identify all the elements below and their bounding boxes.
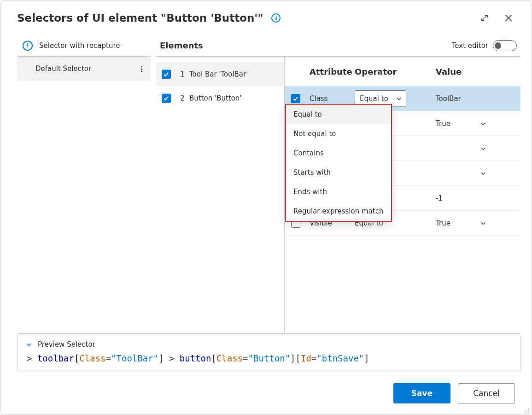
svg-point-3 xyxy=(525,412,526,413)
more-icon[interactable] xyxy=(136,63,147,74)
dialog-footer: Save Cancel xyxy=(0,372,532,415)
operator-option[interactable]: Regular expression match xyxy=(286,202,391,221)
elements-panel: Elements Text editor 1Tool Bar 'ToolBar'… xyxy=(151,35,520,333)
svg-point-2 xyxy=(528,410,529,411)
selector-token: ] xyxy=(364,353,369,363)
elements-title: Elements xyxy=(160,41,203,50)
sidebar-item-label: Default Selector xyxy=(35,65,91,73)
operator-option[interactable]: Equal to xyxy=(286,105,391,124)
operator-dropdown[interactable]: Equal toNot equal toContainsStarts withE… xyxy=(285,104,392,222)
col-operator-header: Operator xyxy=(355,67,436,77)
operator-value: Equal to xyxy=(360,95,388,103)
selector-token: > xyxy=(164,353,179,363)
operator-option[interactable]: Starts with xyxy=(286,163,391,182)
selector-dialog: Selectors of UI element "Button 'Button'… xyxy=(0,0,532,415)
operator-option[interactable]: Not equal to xyxy=(286,124,391,143)
chevron-down-icon xyxy=(480,170,486,177)
element-label: Button 'Button' xyxy=(189,94,242,102)
value-select[interactable] xyxy=(436,170,486,177)
cancel-button[interactable]: Cancel xyxy=(458,383,515,403)
attribute-name: Class xyxy=(310,95,355,103)
selectors-sidebar: + Selector with recapture Default Select… xyxy=(17,35,151,333)
selector-token: Class xyxy=(216,353,243,363)
element-row[interactable]: 1Tool Bar 'ToolBar' xyxy=(156,62,284,86)
save-button[interactable]: Save xyxy=(393,383,450,403)
resize-handle-icon[interactable] xyxy=(524,407,531,414)
operator-option[interactable]: Contains xyxy=(286,143,391,163)
selector-token: "ToolBar" xyxy=(111,353,158,363)
selector-token: [ xyxy=(74,353,79,363)
selector-token: "btnSave" xyxy=(316,353,364,363)
value-select[interactable]: True xyxy=(436,119,486,128)
selector-token: = xyxy=(311,353,316,363)
selector-with-recapture[interactable]: + Selector with recapture xyxy=(17,35,151,57)
chevron-down-icon xyxy=(480,145,486,152)
selector-token: toolbar xyxy=(37,353,74,363)
element-checkbox[interactable] xyxy=(162,94,171,103)
recapture-label: Selector with recapture xyxy=(39,42,120,50)
chevron-down-icon xyxy=(480,120,486,127)
selector-token: button xyxy=(180,353,211,363)
preview-selector-text: > toolbar[Class="ToolBar"] > button[Clas… xyxy=(27,353,512,363)
preview-panel: Preview Selector > toolbar[Class="ToolBa… xyxy=(17,333,520,372)
attributes-header-row: Attribute Operator Value xyxy=(285,57,520,86)
dialog-body: + Selector with recapture Default Select… xyxy=(0,29,532,333)
col-attribute-header: Attribute xyxy=(310,67,355,77)
element-row[interactable]: 2Button 'Button' xyxy=(156,86,284,110)
selector-token: = xyxy=(106,353,111,363)
dialog-header: Selectors of UI element "Button 'Button'… xyxy=(0,0,532,29)
sidebar-item[interactable]: Default Selector xyxy=(17,57,151,81)
value-text[interactable]: ToolBar xyxy=(436,95,461,103)
svg-point-1 xyxy=(526,410,527,411)
element-index: 1 xyxy=(180,70,189,78)
value-select[interactable]: True xyxy=(436,219,486,227)
element-index: 2 xyxy=(180,94,189,102)
operator-option[interactable]: Ends with xyxy=(286,182,391,202)
selector-token: "Button" xyxy=(248,353,291,363)
col-value-header: Value xyxy=(436,67,520,77)
text-editor-toggle[interactable] xyxy=(493,40,517,51)
plus-circle-icon: + xyxy=(23,41,33,51)
element-checkbox[interactable] xyxy=(162,70,171,79)
close-icon[interactable] xyxy=(502,12,515,24)
selector-token: [ xyxy=(211,353,216,363)
selector-token: ] xyxy=(158,353,164,363)
value-select[interactable] xyxy=(436,145,486,152)
dialog-title: Selectors of UI element "Button 'Button'… xyxy=(17,12,263,24)
expand-icon[interactable] xyxy=(478,12,491,24)
elements-list: 1Tool Bar 'ToolBar'2Button 'Button' xyxy=(156,57,284,333)
chevron-down-icon xyxy=(480,220,486,226)
preview-toggle[interactable]: Preview Selector xyxy=(26,340,512,349)
preview-label: Preview Selector xyxy=(38,340,95,349)
selector-token: = xyxy=(243,353,248,363)
value-text: True xyxy=(436,219,450,227)
elements-header: Elements Text editor xyxy=(156,35,520,57)
selector-token: Class xyxy=(79,353,105,363)
chevron-down-icon xyxy=(396,95,402,102)
toggle-knob xyxy=(495,42,501,49)
text-editor-label: Text editor xyxy=(452,42,488,50)
value-text: True xyxy=(436,119,450,128)
attributes-panel: Attribute Operator Value ClassEqual toTo… xyxy=(284,57,520,333)
element-label: Tool Bar 'ToolBar' xyxy=(189,70,248,78)
attribute-checkbox[interactable] xyxy=(291,94,300,103)
selector-token: ] xyxy=(290,353,295,363)
selector-token: > xyxy=(27,353,37,363)
value-text[interactable]: -1 xyxy=(436,194,443,202)
svg-point-4 xyxy=(526,412,527,413)
selector-token: [ xyxy=(296,353,301,363)
svg-point-5 xyxy=(528,412,529,413)
info-icon[interactable]: i xyxy=(271,13,281,23)
svg-point-0 xyxy=(528,408,529,409)
selector-token: Id xyxy=(301,353,311,363)
chevron-down-icon xyxy=(26,341,32,348)
